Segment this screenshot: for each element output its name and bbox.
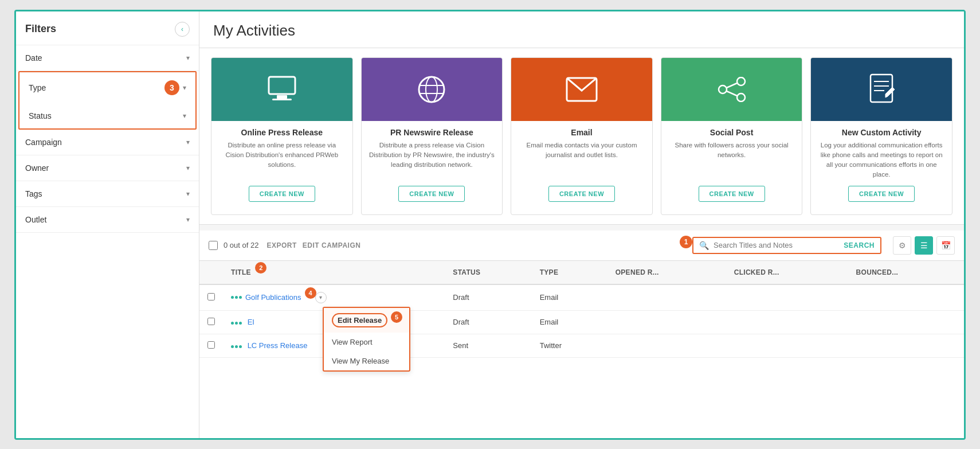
svg-line-12	[727, 91, 737, 96]
export-button[interactable]: EXPORT	[266, 241, 296, 249]
app-container: Filters ‹ Date ▾ Type 3 ▾ Status ▾ Cam	[14, 10, 966, 440]
card-body-email: Email Email media contacts via your cust…	[511, 121, 652, 214]
search-button[interactable]: SEARCH	[844, 241, 875, 249]
card-desc-custom-activity: Log your additional communication effort…	[818, 140, 945, 180]
row-bounced-cell-3	[848, 334, 964, 357]
row-title-link-1[interactable]: Golf Publications	[245, 293, 301, 302]
filter-item-type[interactable]: Type 3 ▾	[19, 72, 195, 103]
col-opened: OPENED R...	[607, 261, 726, 284]
card-online-press-release: Online Press Release Distribute an onlin…	[211, 57, 353, 215]
row-checkbox-2[interactable]	[207, 318, 215, 325]
row-dots-button-3[interactable]	[231, 345, 242, 348]
svg-rect-0	[269, 77, 295, 94]
create-new-online-press-release-button[interactable]: CREATE NEW	[249, 186, 315, 202]
globe-icon	[416, 74, 447, 105]
filter-label-type: Type	[29, 83, 46, 92]
card-desc-social-post: Share with followers across your social …	[668, 140, 795, 180]
data-table: TITLE 2 STATUS TYPE OPENED R... CLICKED …	[199, 261, 964, 358]
sidebar: Filters ‹ Date ▾ Type 3 ▾ Status ▾ Cam	[16, 11, 199, 438]
col-clicked: CLICKED R...	[726, 261, 848, 284]
filter-label-owner: Owner	[25, 163, 49, 173]
row-title-link-3[interactable]: LC Press Release	[248, 341, 308, 350]
filter-label-outlet: Outlet	[25, 215, 46, 224]
dropdown-item-view-report[interactable]: View Report	[324, 333, 409, 352]
table-row: LC Press Release Sent Twitter	[199, 334, 964, 357]
dropdown-item-edit-release[interactable]: Edit Release 5	[324, 308, 409, 333]
dropdown-item-view-my-release[interactable]: View My Release	[324, 352, 409, 370]
col-title: TITLE 2	[223, 261, 445, 284]
create-new-social-post-button[interactable]: CREATE NEW	[699, 186, 765, 202]
list-view-button[interactable]: ☰	[915, 236, 933, 255]
card-icon-area-online-press-release	[211, 58, 352, 121]
col-bounced: BOUNCED...	[848, 261, 964, 284]
svg-rect-13	[871, 75, 892, 102]
row-checkbox-cell-3	[199, 334, 223, 357]
chevron-down-icon-outlet: ▾	[186, 216, 190, 224]
chevron-down-icon-campaign: ▾	[186, 138, 190, 146]
filter-item-tags[interactable]: Tags ▾	[16, 181, 199, 207]
search-input[interactable]	[714, 241, 844, 249]
row-status-cell-2: Draft	[445, 310, 531, 334]
card-name-online-press-release: Online Press Release	[218, 128, 346, 137]
annotation-badge-5: 5	[391, 311, 402, 323]
settings-icon-button[interactable]: ⚙	[893, 236, 911, 255]
annotation-badge-4: 4	[305, 287, 316, 299]
row-type-cell-2: Email	[532, 310, 607, 334]
row-bounced-cell-2	[848, 310, 964, 334]
row-status-cell-3: Sent	[445, 334, 531, 357]
create-new-email-button[interactable]: CREATE NEW	[548, 186, 615, 202]
row-checkbox-cell-2	[199, 310, 223, 334]
card-body-online-press-release: Online Press Release Distribute an onlin…	[211, 121, 352, 214]
create-new-custom-activity-button[interactable]: CREATE NEW	[848, 186, 915, 202]
svg-point-8	[737, 77, 745, 85]
chevron-down-icon-owner: ▾	[186, 164, 190, 172]
card-email: Email Email media contacts via your cust…	[511, 57, 653, 215]
dropdown-menu-1: Edit Release 5 View Report View My Relea…	[323, 307, 410, 372]
custom-activity-icon	[867, 73, 896, 106]
table-row: Golf Publications 4 ▾ Edit Release	[199, 284, 964, 311]
filter-item-date[interactable]: Date ▾	[16, 45, 199, 71]
card-body-social-post: Social Post Share with followers across …	[661, 121, 802, 214]
filter-item-owner[interactable]: Owner ▾	[16, 155, 199, 181]
col-status: STATUS	[445, 261, 531, 284]
monitor-icon	[266, 76, 297, 103]
card-icon-area-pr-newswire	[362, 58, 503, 121]
row-checkbox-3[interactable]	[207, 341, 215, 349]
row-type-cell-3: Twitter	[532, 334, 607, 357]
dropdown-trigger-1[interactable]: ▾	[315, 292, 327, 303]
table-toolbar: 0 out of 22 EXPORT EDIT CAMPAIGN 1 🔍 SEA…	[199, 231, 964, 261]
count-text: 0 out of 22	[224, 241, 258, 249]
calendar-view-button[interactable]: 📅	[936, 236, 955, 255]
row-dots-button-2[interactable]	[231, 322, 242, 325]
row-checkbox-1[interactable]	[207, 293, 215, 300]
edit-campaign-button[interactable]: EDIT CAMPAIGN	[303, 241, 361, 249]
title-annotation-badge: 2	[255, 262, 266, 274]
cards-section: Online Press Release Distribute an onlin…	[199, 48, 964, 225]
filter-item-campaign[interactable]: Campaign ▾	[16, 130, 199, 155]
create-new-pr-newswire-button[interactable]: CREATE NEW	[398, 186, 465, 202]
filter-item-status[interactable]: Status ▾	[19, 103, 195, 128]
row-title-link-2[interactable]: EI	[248, 318, 254, 326]
row-type-cell-1: Email	[532, 284, 607, 311]
sidebar-header: Filters ‹	[16, 11, 199, 45]
page-title: My Activities	[199, 11, 964, 48]
row-dots-button-1[interactable]	[231, 296, 242, 299]
card-desc-pr-newswire: Distribute a press release via Cision Di…	[369, 140, 496, 180]
edit-release-oval: Edit Release	[332, 313, 387, 327]
card-icon-area-custom-activity	[811, 58, 952, 121]
card-name-social-post: Social Post	[668, 128, 795, 137]
card-body-custom-activity: New Custom Activity Log your additional …	[811, 121, 952, 214]
search-icon: 🔍	[699, 241, 709, 250]
filter-item-outlet[interactable]: Outlet ▾	[16, 207, 199, 233]
toolbar-icons: ⚙ ☰ 📅	[893, 236, 955, 255]
row-clicked-cell-3	[726, 334, 848, 357]
svg-point-3	[419, 77, 444, 102]
email-icon	[566, 77, 598, 102]
sidebar-collapse-button[interactable]: ‹	[175, 22, 190, 37]
select-all-checkbox[interactable]	[209, 241, 218, 250]
type-status-badge: 3	[164, 80, 179, 95]
card-desc-online-press-release: Distribute an online press release via C…	[218, 140, 346, 180]
table-scroll: TITLE 2 STATUS TYPE OPENED R... CLICKED …	[199, 261, 964, 438]
table-row: EI Draft Email	[199, 310, 964, 334]
card-icon-area-social-post	[661, 58, 802, 121]
